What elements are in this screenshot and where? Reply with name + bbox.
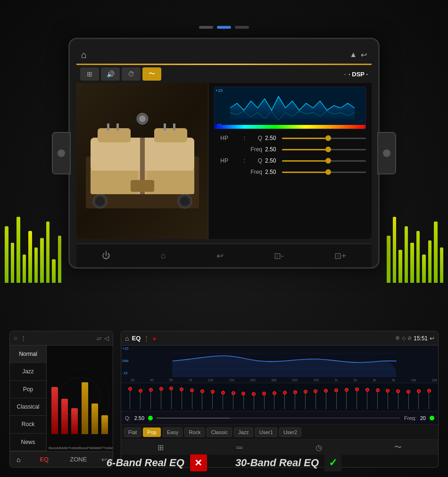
vol-down-icon[interactable]: ⊡- [274, 251, 284, 261]
waveform-btn[interactable]: 〜 [142, 67, 161, 81]
band-col-23 [355, 385, 359, 409]
band-col-14 [262, 385, 266, 409]
bg-bar [5, 226, 8, 283]
dot-1 [199, 26, 213, 29]
band-col-22 [345, 385, 348, 409]
svg-point-15 [180, 197, 190, 206]
preset-rock[interactable]: Rock [184, 428, 205, 437]
bg-bar [52, 259, 56, 283]
band-col-15 [273, 385, 276, 409]
band-col-25 [376, 385, 380, 409]
power-icon[interactable]: ⏻ [102, 251, 110, 261]
slider-track[interactable] [282, 172, 366, 173]
svg-point-13 [95, 197, 105, 206]
eq30-signal-icon: ◇ [402, 335, 406, 342]
screw-right [383, 149, 390, 157]
svg-rect-5 [154, 128, 187, 142]
home-nav-icon[interactable]: ⌂ [161, 251, 166, 261]
eq-bar-trblef [101, 387, 108, 434]
back-nav-icon[interactable]: ↩ [216, 251, 224, 261]
dsp-controls-panel: +15 -15 [208, 83, 372, 239]
home-button[interactable]: ⌂ [81, 49, 87, 60]
preset-easy[interactable]: Easy [163, 428, 183, 437]
eq-6band-top-bar: ○ ⋮ ▱ ◁ [10, 331, 113, 345]
eject-icon[interactable]: ▲ [349, 50, 357, 59]
preset-pop[interactable]: Pop [10, 381, 46, 398]
preset-normal[interactable]: Normal [10, 345, 46, 363]
band-col-5 [169, 385, 173, 409]
eq-30band-panel: ⌂ EQ ⋮ ● ⑧ ◇ ⊘ 15:51 ↩ +15 0db -15 [121, 331, 439, 468]
bg-bar [58, 236, 62, 283]
bg-bar [393, 217, 397, 283]
band-col-9 [211, 385, 215, 409]
eq-bar-bassf [82, 387, 88, 434]
svg-rect-6 [107, 123, 109, 131]
band-col-20 [324, 385, 328, 409]
band-col-29 [417, 385, 421, 409]
q-slider[interactable] [157, 418, 400, 419]
window-icon[interactable]: ▱ [97, 335, 101, 342]
preset-jazz[interactable]: Jazz [234, 428, 253, 437]
eq30-back-icon[interactable]: ↩ [430, 335, 434, 342]
band-col-28 [407, 385, 410, 409]
eq30-status-icons: ⑧ ◇ ⊘ 15:51 ↩ [395, 335, 434, 342]
band-col-21 [334, 385, 338, 409]
bg-bar [23, 255, 26, 283]
bottom-nav: ⏻ ⌂ ↩ ⊡- ⊡+ [76, 244, 372, 267]
preset-pop[interactable]: Pop [143, 428, 161, 437]
preset-rock[interactable]: Rock [10, 416, 46, 433]
equalizer-btn[interactable]: ⊞ [80, 67, 99, 81]
band-col-12 [241, 385, 245, 409]
eq30-menu-icon[interactable]: ⋮ [143, 335, 149, 342]
bg-bar [422, 255, 426, 283]
band-col-24 [365, 385, 369, 409]
dsp-slider-hp-q2: HP : Q 2.50 [214, 157, 366, 164]
q-green-indicator [148, 416, 153, 420]
svg-rect-8 [164, 123, 166, 131]
bg-bar [387, 236, 390, 283]
volume-btn[interactable]: 🔊 [101, 67, 120, 81]
bg-bar [398, 250, 402, 283]
eq30-home-icon[interactable]: ⌂ [125, 335, 129, 342]
eq-bar-bass [51, 387, 58, 434]
top-right-controls: ▲ ↩ [349, 50, 367, 59]
eq-bar-middlef [91, 387, 98, 434]
band-col-30 [427, 385, 431, 409]
screw-left [58, 149, 65, 157]
freq-label: Freq: [404, 415, 416, 421]
preset-user2[interactable]: User2 [279, 428, 301, 437]
dsp-slider-freq2: Freq 2.50 [214, 169, 366, 175]
preset-flat[interactable]: Flat [124, 428, 141, 437]
vol-up-icon[interactable]: ⊡+ [334, 251, 347, 261]
caption-30band-text: 30-Band Real EQ [235, 457, 319, 469]
slider-track[interactable] [282, 149, 366, 150]
eq30-preset-buttons: Flat Pop Easy Rock Classic Jazz User1 Us… [121, 425, 438, 440]
back-icon[interactable]: ↩ [361, 50, 367, 59]
band-col-6 [180, 385, 183, 409]
svg-rect-18 [131, 180, 154, 192]
timer-btn[interactable]: ⏱ [122, 67, 141, 81]
slider-track[interactable] [282, 138, 366, 139]
band-col-19 [314, 385, 317, 409]
freq-green-indicator [430, 416, 434, 420]
band-col-16 [283, 385, 287, 409]
car-interior-image [76, 83, 208, 239]
dot-3 [235, 26, 249, 29]
bg-bar [440, 247, 444, 283]
preset-classical[interactable]: Classical [10, 398, 46, 416]
slider-track[interactable] [282, 160, 366, 162]
waveform-display: +15 -15 [214, 87, 366, 129]
screen: ⌂ ▲ ↩ ⊞ 🔊 ⏱ 〜 · · DSP · [76, 46, 372, 239]
bottom-section: ○ ⋮ ▱ ◁ Normal Jazz Pop Classical Rock N… [9, 331, 439, 468]
circle-icon: ○ [14, 335, 17, 342]
caption-30band: 30-Band Real EQ ✓ [235, 454, 341, 471]
svg-rect-4 [98, 128, 131, 142]
preset-jazz[interactable]: Jazz [10, 363, 46, 380]
svg-rect-9 [173, 123, 175, 131]
preset-classic[interactable]: Classic [207, 428, 232, 437]
back-arrow-icon[interactable]: ◁ [104, 335, 109, 342]
menu-icon[interactable]: ⋮ [20, 335, 26, 342]
eq30-chart-labels: +15 0db -15 [122, 346, 129, 375]
preset-user1[interactable]: User1 [255, 428, 277, 437]
eq30-chart: +15 0db -15 30 40 50 70 100 150 [121, 345, 438, 383]
